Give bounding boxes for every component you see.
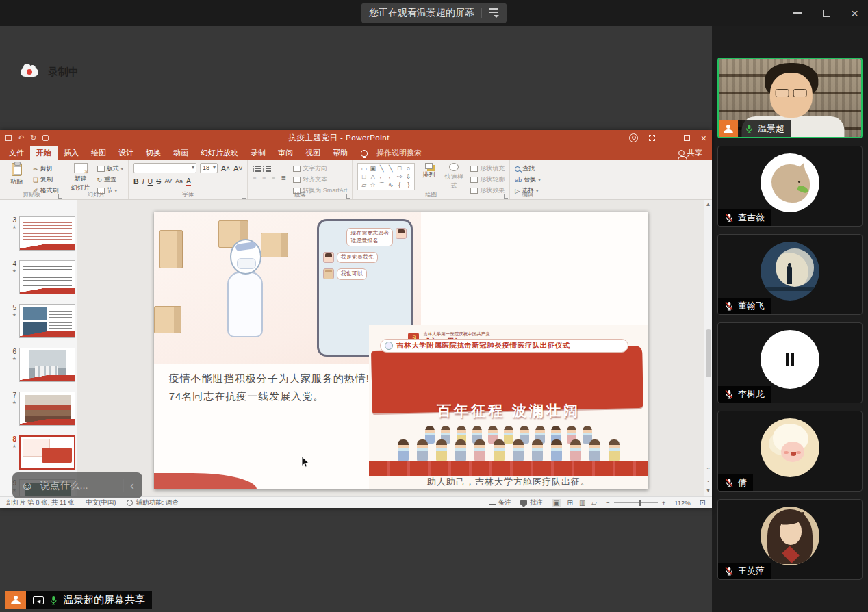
reset-button[interactable]: ↻重置: [97, 175, 124, 184]
collapse-chevron-icon[interactable]: ‹: [130, 479, 134, 492]
undo-icon[interactable]: ↶: [18, 133, 24, 142]
save-icon[interactable]: [5, 135, 12, 141]
tab-record[interactable]: 录制: [244, 146, 272, 160]
participant-tile-wenjingchao[interactable]: 温景超: [717, 58, 863, 138]
font-dialog-launcher[interactable]: [242, 194, 246, 199]
normal-view-button[interactable]: ▣: [552, 499, 561, 507]
font-name-select[interactable]: [133, 163, 196, 173]
thumbnail-image[interactable]: [19, 435, 75, 470]
underline-button[interactable]: U: [148, 177, 153, 186]
accessibility-status[interactable]: 辅助功能: 调查: [127, 498, 178, 507]
cut-button[interactable]: ✂剪切: [33, 164, 59, 173]
viewing-banner-pill[interactable]: 您正在观看温景超的屏幕: [361, 3, 507, 23]
zoom-in-icon[interactable]: +: [662, 499, 666, 507]
thumbnail-image[interactable]: [19, 216, 75, 251]
fit-to-window-icon[interactable]: ⊡: [700, 498, 706, 507]
thumbnail-slide-8-selected[interactable]: 8★: [4, 435, 77, 472]
slide-thumbnail-pane[interactable]: 3★ 4★ 5★ 6★: [0, 200, 77, 496]
scroll-up-icon[interactable]: ▲: [706, 201, 711, 207]
quick-styles-button[interactable]: 快速样式: [442, 163, 465, 190]
copy-button[interactable]: ❏复制: [33, 175, 59, 184]
maximize-icon[interactable]: [823, 10, 830, 17]
scroll-down-icon[interactable]: ▼: [706, 487, 711, 494]
strikethrough-button[interactable]: S: [156, 177, 161, 186]
font-size-select[interactable]: 18: [200, 163, 218, 173]
align-buttons[interactable]: ≡ ≡ ≡ ≣: [253, 175, 288, 181]
reading-view-button[interactable]: ▥: [579, 499, 585, 507]
menu-icon[interactable]: [489, 8, 499, 18]
ppt-minimize-icon[interactable]: [666, 138, 673, 139]
thumbnail-image[interactable]: [19, 260, 75, 294]
shapes-gallery[interactable]: ▭▣╲╲□○ □△⌐⌐⇨⇩ ▱☆⌒∿{}: [357, 163, 415, 190]
next-slide-icon[interactable]: ⌄: [706, 477, 711, 483]
slideshow-view-button[interactable]: ▱: [591, 499, 597, 507]
current-slide[interactable]: 现在需要志愿者谁愿意报名 我是党员我先 我: [154, 212, 648, 489]
participant-tile-wangyingping[interactable]: 王英萍: [717, 499, 863, 580]
emoji-smiley-icon[interactable]: ☺: [21, 479, 34, 492]
drawing-dialog-launcher[interactable]: [504, 194, 508, 199]
new-slide-button[interactable]: 新建幻灯片: [69, 163, 92, 192]
tab-transitions[interactable]: 切换: [140, 146, 167, 160]
layout-button[interactable]: 版式 ▾: [97, 164, 124, 173]
find-button[interactable]: 查找: [515, 164, 541, 173]
thumbnail-image[interactable]: [19, 348, 75, 382]
tab-home[interactable]: 开始: [30, 146, 58, 160]
shape-outline-button[interactable]: 形状轮廓: [470, 175, 505, 184]
char-spacing-button[interactable]: AV: [164, 178, 172, 185]
shape-fill-button[interactable]: 形状填充: [470, 164, 505, 173]
chat-quick-input[interactable]: ☺ 说点什么... ‹: [12, 472, 142, 498]
ribbon-display-options-icon[interactable]: [649, 135, 655, 141]
tab-insert[interactable]: 插入: [58, 146, 85, 160]
tab-slideshow[interactable]: 幻灯片放映: [194, 146, 244, 160]
font-color-button[interactable]: A: [186, 177, 191, 186]
thumbnail-slide-7[interactable]: 7★: [4, 392, 77, 429]
thumbnail-image[interactable]: [19, 392, 75, 426]
close-icon[interactable]: ×: [851, 7, 858, 20]
change-case-button[interactable]: Aa: [175, 178, 183, 185]
participant-tile-lishulong[interactable]: 李树龙: [717, 322, 863, 403]
participant-tile-qian[interactable]: 倩: [717, 411, 863, 492]
ppt-restore-icon[interactable]: [684, 135, 690, 141]
tab-help[interactable]: 帮助: [327, 146, 354, 160]
bullets-button[interactable]: [253, 164, 288, 172]
thumbnail-slide-4[interactable]: 4★: [4, 260, 77, 297]
text-direction-button[interactable]: 文字方向: [293, 164, 347, 173]
account-icon[interactable]: [629, 133, 638, 142]
tab-design[interactable]: 设计: [112, 146, 140, 160]
thumbnail-slide-6[interactable]: 6★: [4, 348, 77, 385]
slide-sorter-view-button[interactable]: ⊞: [567, 499, 573, 507]
notes-button[interactable]: 备注: [489, 498, 511, 507]
thumbnail-slide-3[interactable]: 3★: [4, 216, 77, 253]
comments-button[interactable]: 批注: [520, 498, 543, 507]
paragraph-dialog-launcher[interactable]: [346, 194, 350, 199]
language-indicator[interactable]: 中文(中国): [86, 498, 116, 507]
thumbnail-image[interactable]: [19, 304, 75, 338]
previous-slide-icon[interactable]: ⌃: [706, 467, 711, 473]
tab-draw[interactable]: 绘图: [85, 146, 112, 160]
tell-me-search[interactable]: 操作说明搜索: [370, 146, 428, 160]
chat-input-placeholder[interactable]: 说点什么...: [40, 479, 117, 492]
participant-tile-donghanfei[interactable]: 董翰飞: [717, 234, 863, 315]
clipboard-dialog-launcher[interactable]: [58, 194, 62, 199]
tab-file[interactable]: 文件: [3, 146, 30, 160]
zoom-level[interactable]: 112%: [674, 499, 691, 507]
slide-canvas[interactable]: 现在需要志愿者谁愿意报名 我是党员我先 我: [77, 200, 704, 496]
shrink-font-button[interactable]: A˅: [233, 164, 242, 173]
vertical-scrollbar[interactable]: ▲ ⌃ ⌄ ▼: [704, 200, 712, 496]
participant-tile-zhajiwei[interactable]: 查吉薇: [717, 146, 863, 227]
redo-icon[interactable]: ↻: [30, 133, 36, 142]
align-text-button[interactable]: 对齐文本: [293, 175, 347, 184]
zoom-out-icon[interactable]: −: [606, 499, 610, 507]
zoom-slider[interactable]: − +: [606, 499, 665, 507]
thumbnail-slide-5[interactable]: 5★: [4, 304, 77, 341]
ppt-close-icon[interactable]: ×: [701, 133, 706, 143]
italic-button[interactable]: I: [142, 177, 144, 186]
grow-font-button[interactable]: A˄: [221, 164, 230, 173]
tab-animations[interactable]: 动画: [167, 146, 194, 160]
tab-view[interactable]: 视图: [299, 146, 327, 160]
tab-review[interactable]: 审阅: [272, 146, 299, 160]
minimize-icon[interactable]: [793, 12, 802, 14]
scrollbar-thumb[interactable]: [706, 329, 711, 377]
replace-button[interactable]: ab替换 ▾: [515, 175, 541, 184]
share-button[interactable]: 共享: [678, 146, 712, 160]
